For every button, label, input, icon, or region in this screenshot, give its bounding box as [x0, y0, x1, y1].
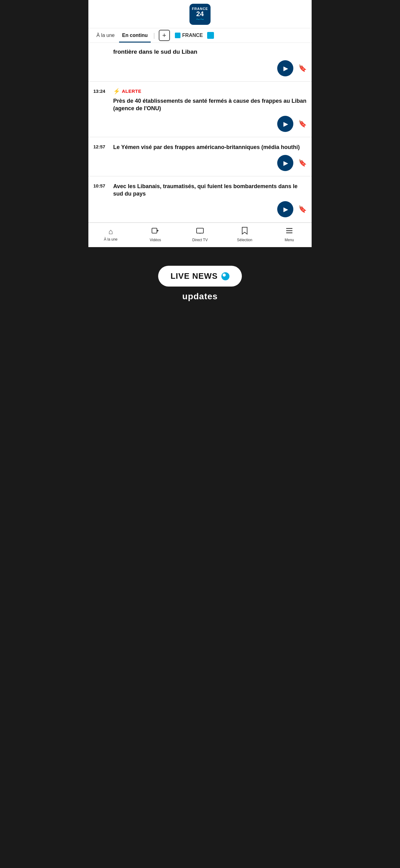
live-news-text: LIVE NEWS: [171, 271, 218, 281]
news-time-1: 13:24: [93, 88, 109, 94]
bottom-nav-a-la-une[interactable]: ⌂ À la une: [101, 227, 120, 242]
france-dot-icon: [175, 33, 180, 38]
news-item-2: 12:57 Le Yémen visé par des frappes amér…: [88, 137, 312, 176]
logo-wave: 〜〜: [196, 18, 204, 22]
video-icon: [151, 227, 159, 237]
partial-article-title: frontière dans le sud du Liban: [93, 48, 307, 56]
alert-label-1: ALERTE: [122, 89, 141, 94]
france-color-swatch: [207, 32, 214, 39]
play-icon-2: ▶: [284, 159, 288, 167]
tab-a-la-une[interactable]: À la une: [93, 28, 118, 42]
news-list: frontière dans le sud du Liban ▶ 🔖 13:24…: [88, 43, 312, 223]
live-dot-icon: [222, 272, 229, 280]
bookmark-button-2[interactable]: 🔖: [298, 159, 307, 167]
news-actions-3: ▶ 🔖: [93, 201, 307, 217]
bottom-nav-menu[interactable]: Menu: [280, 227, 299, 242]
play-button-partial[interactable]: ▶: [277, 60, 293, 76]
news-title-1[interactable]: Près de 40 établissements de santé fermé…: [113, 97, 307, 113]
news-content-1: ⚡ ALERTE Près de 40 établissements de sa…: [113, 88, 307, 113]
news-title-2[interactable]: Le Yémen visé par des frappes américano-…: [113, 144, 307, 151]
bottom-nav-label-videos: Vidéos: [150, 238, 161, 242]
play-icon: ▶: [284, 65, 288, 72]
bookmark-button-partial[interactable]: 🔖: [298, 64, 307, 72]
news-item-2-header: 12:57 Le Yémen visé par des frappes amér…: [93, 144, 307, 151]
news-title-3[interactable]: Avec les Libanais, traumatisés, qui fuie…: [113, 183, 307, 198]
menu-icon: [285, 227, 293, 237]
tab-en-continu[interactable]: En continu: [119, 28, 151, 42]
news-time-2: 12:57: [93, 144, 109, 149]
partial-article: frontière dans le sud du Liban ▶ 🔖: [88, 43, 312, 82]
news-item-1: 13:24 ⚡ ALERTE Près de 40 établissements…: [88, 82, 312, 137]
svg-rect-2: [197, 228, 203, 233]
home-icon: ⌂: [108, 227, 113, 236]
bottom-nav: ⌂ À la une Vidéos Direct TV: [88, 223, 312, 247]
news-actions-2: ▶ 🔖: [93, 155, 307, 171]
play-button-3[interactable]: ▶: [277, 201, 293, 217]
svg-rect-0: [152, 228, 157, 233]
svg-marker-1: [157, 229, 159, 232]
play-icon-1: ▶: [284, 120, 288, 128]
news-content-2: Le Yémen visé par des frappes américano-…: [113, 144, 307, 151]
play-button-2[interactable]: ▶: [277, 155, 293, 171]
play-button-1[interactable]: ▶: [277, 116, 293, 132]
bookmark-icon: [241, 227, 248, 237]
bottom-nav-label-home: À la une: [104, 237, 118, 242]
partial-article-actions: ▶ 🔖: [93, 60, 307, 76]
news-time-3: 10:57: [93, 183, 109, 188]
alert-lightning-icon: ⚡: [113, 88, 120, 95]
bottom-nav-label-selection: Sélection: [237, 238, 252, 242]
play-icon-3: ▶: [284, 206, 288, 213]
france-label: FRANCE: [182, 33, 203, 38]
news-actions-1: ▶ 🔖: [93, 116, 307, 132]
bottom-nav-selection[interactable]: Sélection: [235, 227, 254, 242]
logo-24-text: 24: [196, 10, 204, 18]
news-item-3-header: 10:57 Avec les Libanais, traumatisés, qu…: [93, 183, 307, 198]
header: FRANCE 24 〜〜: [88, 0, 312, 28]
live-news-button[interactable]: LIVE NEWS: [158, 266, 242, 286]
tv-icon: [196, 227, 204, 237]
france24-logo[interactable]: FRANCE 24 〜〜: [190, 4, 210, 25]
nav-divider: |: [152, 32, 156, 39]
news-content-3: Avec les Libanais, traumatisés, qui fuie…: [113, 183, 307, 198]
nav-tabs: À la une En continu | + FRANCE: [88, 28, 312, 43]
bookmark-button-1[interactable]: 🔖: [298, 120, 307, 128]
bottom-nav-label-direct-tv: Direct TV: [192, 238, 208, 242]
app-container: FRANCE 24 〜〜 À la une En continu | + FRA…: [88, 0, 312, 247]
news-item-3: 10:57 Avec les Libanais, traumatisés, qu…: [88, 176, 312, 223]
add-tab-button[interactable]: +: [159, 30, 170, 41]
bookmark-button-3[interactable]: 🔖: [298, 205, 307, 213]
alert-badge-1: ⚡ ALERTE: [113, 88, 307, 95]
news-item-1-header: 13:24 ⚡ ALERTE Près de 40 établissements…: [93, 88, 307, 113]
france-filter-badge[interactable]: FRANCE: [175, 32, 214, 39]
bottom-nav-videos[interactable]: Vidéos: [146, 227, 165, 242]
bottom-nav-direct-tv[interactable]: Direct TV: [191, 227, 209, 242]
updates-text: updates: [182, 291, 218, 302]
dark-section: LIVE NEWS updates: [88, 247, 312, 326]
bottom-nav-label-menu: Menu: [285, 238, 294, 242]
